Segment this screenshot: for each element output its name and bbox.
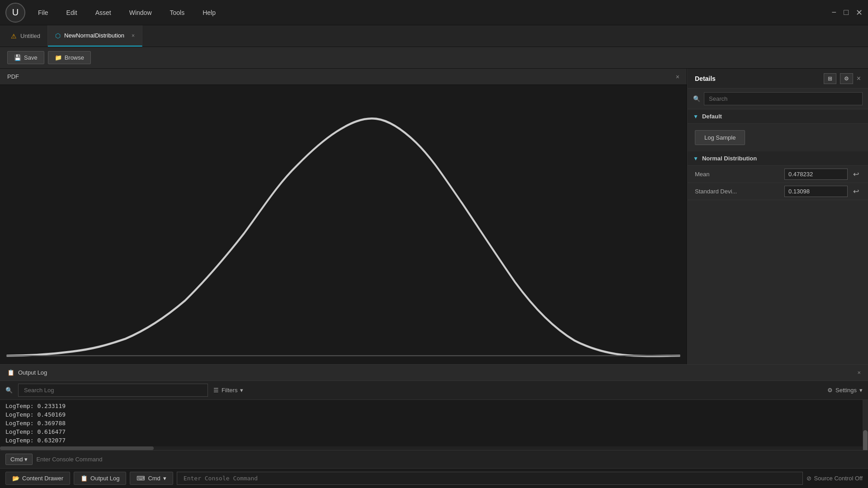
output-log-close-button[interactable]: × — [857, 369, 861, 376]
bottom-output-log-label: Output Log — [90, 475, 119, 482]
search-log-input[interactable] — [18, 384, 208, 397]
log-vscroll-thumb[interactable] — [863, 430, 868, 450]
app-logo: U — [5, 3, 25, 23]
details-search-icon: 🔍 — [693, 95, 700, 102]
default-section-header[interactable]: ▼ Default — [688, 109, 868, 124]
tab-newnormaldistribution[interactable]: ⬡ NewNormalDistribution × — [48, 25, 142, 47]
log-vertical-scrollbar[interactable] — [863, 400, 868, 450]
bottom-output-log-icon: 📋 — [80, 475, 88, 482]
filters-button[interactable]: ☰ Filters ▾ — [213, 387, 243, 394]
cmd-button[interactable]: Cmd ▾ — [5, 454, 33, 465]
bottom-cmd-arrow: ▾ — [163, 475, 166, 482]
details-settings-button[interactable]: ⚙ — [840, 73, 853, 84]
log-settings-button[interactable]: ⚙ Settings ▾ — [827, 387, 863, 394]
normal-dist-section-arrow: ▼ — [693, 155, 698, 162]
cmd-label: Cmd — [10, 456, 23, 463]
std-property-row: Standard Devi... ↩ — [688, 183, 868, 200]
close-button[interactable]: ✕ — [856, 8, 863, 18]
menu-help[interactable]: Help — [199, 7, 219, 18]
mean-input[interactable] — [784, 169, 848, 180]
menu-window[interactable]: Window — [126, 7, 156, 18]
pdf-header: PDF × — [0, 69, 687, 85]
browse-label: Browse — [65, 54, 84, 61]
output-log-panel: 📋 Output Log × 🔍 ☰ Filters ▾ ⚙ Settings … — [0, 364, 868, 468]
log-scroll-wrapper: LogTemp: 0.233119 LogTemp: 0.450169 LogT… — [0, 400, 868, 450]
list-item: LogTemp: 0.233119 — [5, 402, 857, 410]
bottom-cmd-button[interactable]: ⌨ Cmd ▾ — [130, 472, 173, 485]
normal-curve-path — [7, 118, 680, 356]
log-sample-button[interactable]: Log Sample — [695, 130, 745, 145]
maximize-button[interactable]: □ — [844, 8, 849, 18]
output-log-title-row: 📋 Output Log — [7, 369, 47, 376]
bottom-console-input[interactable] — [177, 472, 803, 485]
menu-file[interactable]: File — [34, 7, 52, 18]
tab-close-button[interactable]: × — [132, 33, 135, 39]
log-horizontal-scrollbar[interactable] — [0, 446, 863, 450]
source-control-icon: ⊘ — [807, 475, 811, 482]
details-close-button[interactable]: × — [857, 75, 861, 83]
minimize-button[interactable]: − — [832, 8, 837, 18]
pdf-title: PDF — [7, 73, 19, 80]
log-hscroll-thumb[interactable] — [0, 446, 154, 450]
tab-untitled[interactable]: ⚠ Untitled — [4, 25, 48, 47]
details-header: Details ⊞ ⚙ × — [688, 69, 868, 89]
bottom-cmd-label: Cmd — [148, 475, 160, 482]
cmd-arrow-icon: ▾ — [24, 456, 28, 463]
browse-button[interactable]: 📁 Browse — [48, 51, 91, 64]
pdf-close-button[interactable]: × — [676, 73, 679, 80]
menu-edit[interactable]: Edit — [63, 7, 81, 18]
filters-label: Filters — [222, 387, 237, 394]
content-drawer-icon: 📂 — [12, 475, 19, 482]
title-bar: U File Edit Asset Window Tools Help − □ … — [0, 0, 868, 25]
save-label: Save — [24, 54, 38, 61]
source-control-button[interactable]: ⊘ Source Control Off — [807, 475, 863, 482]
filters-icon: ☰ — [213, 387, 219, 394]
bottom-bar: 📂 Content Drawer 📋 Output Log ⌨ Cmd ▾ ⊘ … — [0, 468, 868, 488]
normal-distribution-section-header[interactable]: ▼ Normal Distribution — [688, 151, 868, 166]
console-input[interactable] — [36, 456, 863, 463]
search-log-icon: 🔍 — [5, 387, 13, 394]
output-log-header: 📋 Output Log × — [0, 365, 868, 381]
output-log-title: Output Log — [18, 369, 47, 376]
details-search-row: 🔍 — [688, 89, 868, 109]
menu-tools[interactable]: Tools — [166, 7, 189, 18]
pdf-panel: PDF × — [0, 69, 687, 364]
log-settings-icon: ⚙ — [827, 387, 833, 394]
std-reset-button[interactable]: ↩ — [851, 187, 861, 196]
std-input[interactable] — [784, 186, 848, 197]
menu-asset[interactable]: Asset — [92, 7, 115, 18]
list-item: LogTemp: 0.632077 — [5, 436, 857, 445]
normal-dist-section-title: Normal Distribution — [702, 155, 757, 162]
log-settings-label: Settings — [835, 387, 857, 394]
mean-reset-button[interactable]: ↩ — [851, 170, 861, 178]
output-log-icon: 📋 — [7, 369, 14, 376]
distribution-icon: ⬡ — [55, 32, 61, 39]
warning-icon: ⚠ — [11, 33, 17, 40]
details-panel: Details ⊞ ⚙ × 🔍 ▼ Default Log Sample — [687, 69, 868, 364]
list-item: LogTemp: 0.369788 — [5, 419, 857, 427]
main-layout: PDF × Details ⊞ ⚙ × — [0, 69, 868, 468]
tab-untitled-label: Untitled — [20, 33, 40, 39]
console-row: Cmd ▾ — [0, 450, 868, 468]
content-area: PDF × Details ⊞ ⚙ × — [0, 69, 868, 364]
log-content: LogTemp: 0.233119 LogTemp: 0.450169 LogT… — [0, 400, 863, 446]
mean-property-row: Mean ↩ — [688, 166, 868, 183]
log-settings-arrow: ▾ — [859, 387, 863, 394]
list-item: LogTemp: 0.450169 — [5, 410, 857, 419]
menu-bar: File Edit Asset Window Tools Help — [34, 7, 832, 18]
output-log-toolbar: 🔍 ☰ Filters ▾ ⚙ Settings ▾ — [0, 381, 868, 400]
content-drawer-button[interactable]: 📂 Content Drawer — [5, 472, 70, 485]
save-button[interactable]: 💾 Save — [7, 51, 44, 64]
bottom-output-log-button[interactable]: 📋 Output Log — [74, 472, 126, 485]
default-section-arrow: ▼ — [693, 113, 698, 120]
tab-newnormal-label: NewNormalDistribution — [64, 32, 124, 39]
source-control-label: Source Control Off — [814, 475, 863, 482]
default-section-title: Default — [702, 113, 722, 120]
normal-distribution-chart — [0, 85, 687, 364]
window-controls: − □ ✕ — [832, 8, 863, 18]
save-icon: 💾 — [14, 54, 21, 61]
details-search-input[interactable] — [704, 92, 863, 105]
details-layout-button[interactable]: ⊞ — [824, 73, 836, 84]
std-label: Standard Devi... — [695, 188, 781, 195]
bottom-cmd-icon: ⌨ — [137, 475, 145, 482]
